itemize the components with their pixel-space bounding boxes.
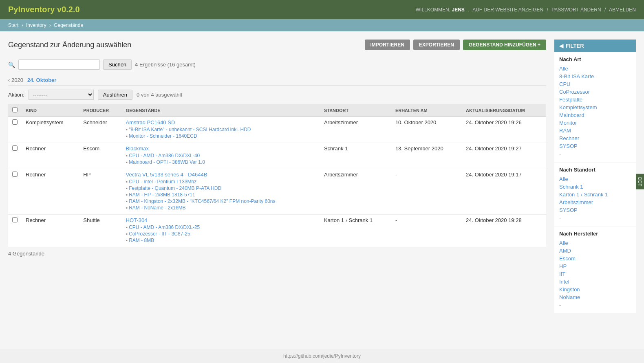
filter-item-link[interactable]: Rechner [559, 135, 579, 141]
row-checkbox[interactable] [12, 145, 18, 151]
col-producer: PRODUCER [79, 104, 121, 117]
import-button[interactable]: IMPORTIEREN [365, 40, 410, 50]
filter-item-link[interactable]: Alle [559, 176, 568, 182]
filter-title: FILTER [566, 43, 584, 49]
filter-item-link[interactable]: Karton 1 › Schrank 1 [559, 191, 608, 198]
logout-link[interactable]: ABMELDEN [609, 7, 636, 13]
sub-item-link[interactable]: CPU - AMD - Am386 DX/DXL-25 [129, 224, 200, 230]
row-aktualisiert: 24. Oktober 2020 19:17 [462, 169, 546, 215]
filter-item-link[interactable]: SYSOP [559, 207, 578, 213]
item-name-link[interactable]: Vectra VL 5/133 series 4 - D4644B [126, 172, 207, 178]
sub-item-link[interactable]: CPU - AMD - Am386 DX/DXL-40 [129, 153, 200, 158]
row-items: Amstrad PC1640 SD "8-Bit ISA Karte" - un… [122, 117, 320, 143]
row-erhalten: 10. Oktober 2020 [391, 117, 462, 143]
filter-item: Intel [559, 278, 631, 286]
row-kind: Rechner [22, 143, 79, 169]
row-erhalten: 13. September 2020 [391, 143, 462, 169]
filter-item-link[interactable]: 8-Bit ISA Karte [559, 73, 594, 79]
search-input[interactable] [18, 59, 100, 70]
select-all-checkbox[interactable] [12, 107, 18, 112]
filter-item-link[interactable]: AMD [559, 248, 571, 254]
add-item-button[interactable]: GEGENSTAND HINZUFÜGEN + [463, 40, 546, 50]
filter-item-link[interactable]: Arbeitszimmer [559, 199, 593, 205]
sub-item-link[interactable]: CPU - Intel - Pentium I 133Mhz [129, 179, 196, 185]
filter-more: - [559, 301, 631, 309]
table-row: Rechner Escom Blackmax CPU - AMD - Am386… [8, 143, 546, 169]
sub-item-link[interactable]: Monitor - Schneider - 1640ECD [129, 133, 197, 139]
filter-item-link[interactable]: Alle [559, 240, 568, 246]
row-standort: Schrank 1 [320, 143, 391, 169]
filter-item: Rechner [559, 134, 631, 142]
sub-item-link[interactable]: Festplatte - Quantum - 240MB P-ATA HDD [129, 185, 221, 191]
row-aktualisiert: 24. Oktober 2020 19:26 [462, 117, 546, 143]
website-link[interactable]: AUF DER WEBSITE ANZEIGEN [472, 7, 543, 13]
row-checkbox[interactable] [12, 172, 18, 177]
filter-item: NoName [559, 293, 631, 301]
filter-item: Alle [559, 65, 631, 73]
footer-count: 4 Gegenstände [8, 247, 546, 260]
filter-item-link[interactable]: Mainboard [559, 112, 584, 118]
row-aktualisiert: 24. Oktober 2020 19:27 [462, 143, 546, 169]
filter-item-link[interactable]: CoProzessor [559, 89, 590, 95]
side-tab[interactable]: DDT [636, 174, 644, 189]
breadcrumb-start[interactable]: Start [8, 22, 18, 28]
sidebar-filter: ◀ FILTER Nach ArtAlle8-Bit ISA KarteCPUC… [554, 40, 636, 314]
sub-item-link[interactable]: RAM - HP - 2x8MB 1818-5711 [129, 192, 195, 198]
sub-item-link[interactable]: Mainboard - OPTI - 386WB Ver 1.0 [129, 159, 205, 165]
item-name-link[interactable]: HOT-304 [126, 217, 148, 223]
items-table: KIND PRODUCER GEGENSTÄNDE STANDORT ERHAL… [8, 104, 546, 247]
item-name-link[interactable]: Blackmax [126, 145, 149, 152]
filter-item-link[interactable]: CPU [559, 81, 570, 87]
date-nav: ‹ 2020 24. Oktober [8, 77, 546, 86]
filter-header: ◀ FILTER [554, 40, 636, 52]
row-producer: Escom [79, 143, 121, 169]
action-select[interactable]: -------- [29, 90, 94, 100]
filter-item-link[interactable]: Monitor [559, 120, 577, 126]
filter-item-link[interactable]: HP [559, 263, 567, 269]
filter-item-link[interactable]: NoName [559, 294, 580, 300]
breadcrumb-current: Gegenstände [54, 22, 83, 28]
filter-item: RAM [559, 127, 631, 134]
filter-item: Festplatte [559, 96, 631, 103]
filter-item-link[interactable]: Komplettsystem [559, 104, 597, 110]
search-button[interactable]: Suchen [103, 59, 132, 70]
filter-item-link[interactable]: Escom [559, 255, 576, 262]
action-buttons: IMPORTIEREN EXPORTIEREN GEGENSTAND HINZU… [365, 40, 546, 50]
date-prev-link[interactable]: ‹ 2020 [8, 77, 23, 83]
item-name-link[interactable]: Amstrad PC1640 SD [126, 119, 175, 125]
row-items: Blackmax CPU - AMD - Am386 DX/DXL-40Main… [122, 143, 320, 169]
sub-item-link[interactable]: "8-Bit ISA Karte" - unbekannt - SCSI Har… [129, 127, 251, 132]
filter-item-link[interactable]: Intel [559, 279, 569, 285]
filter-item-link[interactable]: Schrank 1 [559, 184, 583, 190]
filter-icon: ◀ [559, 43, 563, 49]
sub-item-link[interactable]: RAM - NoName - 2x16MB [129, 205, 185, 211]
row-standort: Arbeitszimmer [320, 117, 391, 143]
password-link[interactable]: PASSWORT ÄNDERN [551, 7, 601, 13]
app-title: PyInventory v0.2.0 [8, 5, 80, 14]
filter-section: Nach HerstellerAlleAMDEscomHPIITIntelKin… [554, 227, 636, 313]
export-button[interactable]: EXPORTIEREN [413, 40, 460, 50]
filter-item-link[interactable]: Alle [559, 66, 568, 72]
filter-item: Kingston [559, 286, 631, 293]
execute-button[interactable]: Ausführen [98, 90, 132, 100]
row-erhalten: - [391, 169, 462, 215]
filter-item-link[interactable]: IIT [559, 271, 565, 277]
filter-item-link[interactable]: Festplatte [559, 97, 582, 103]
col-kind: KIND [22, 104, 79, 117]
row-checkbox[interactable] [12, 217, 18, 222]
filter-section: Nach ArtAlle8-Bit ISA KarteCPUCoProzesso… [554, 52, 636, 162]
row-producer: HP [79, 169, 121, 215]
sub-item-link[interactable]: CoProzessor - IIT - 3C87-25 [129, 231, 190, 237]
filter-item-link[interactable]: RAM [559, 128, 571, 134]
filter-item: CoProzessor [559, 88, 631, 96]
filter-item: AMD [559, 247, 631, 255]
breadcrumb: Start › Inventory › Gegenstände [0, 19, 644, 31]
date-current[interactable]: 24. Oktober [27, 77, 57, 83]
filter-item-link[interactable]: SYSOP [559, 143, 578, 149]
sub-item-link[interactable]: RAM - Kingston - 2x32MB - "KTC4567/64 K2… [129, 198, 275, 204]
row-checkbox[interactable] [12, 119, 18, 125]
breadcrumb-inventory[interactable]: Inventory [26, 22, 46, 28]
row-standort: Arbeitszimmer [320, 169, 391, 215]
sub-item-link[interactable]: RAM - 8MB [129, 238, 154, 243]
filter-item-link[interactable]: Kingston [559, 286, 580, 293]
